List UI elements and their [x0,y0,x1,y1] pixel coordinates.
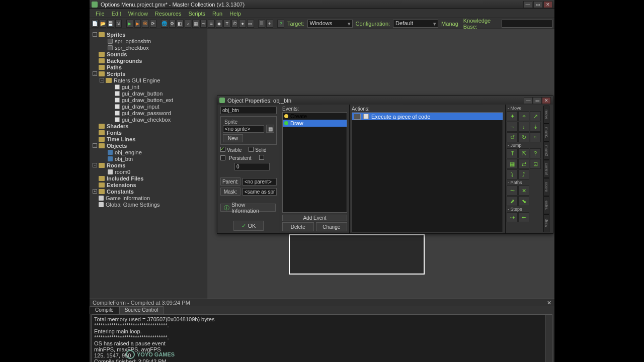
gamesettings-icon[interactable]: ≣ [258,20,265,28]
tree-objects[interactable]: Objects [107,143,127,149]
action-align-grid-icon[interactable]: ▦ [507,159,518,169]
tree-backgrounds[interactable]: Backgrounds [107,58,142,64]
action-jump-pos-icon[interactable]: ⤒ [507,148,518,158]
delete-event-button[interactable]: Delete [282,222,314,231]
show-information-button[interactable]: ⓘShow Information [220,204,276,212]
action-bounce-icon[interactable]: ⤵ [507,169,518,179]
tree-item[interactable]: gui_draw_password [122,110,171,116]
palette-tab-main1[interactable]: main1 [543,124,549,142]
menu-scripts[interactable]: Scripts [185,10,208,18]
ok-button[interactable]: ✓OK [233,221,264,231]
menu-edit[interactable]: Edit [109,10,124,18]
palette-tab-main2[interactable]: main2 [543,142,549,160]
tree-item[interactable]: spr_optionsbtn [115,38,151,44]
add-event-button[interactable]: Add Event [282,215,347,221]
sprite-browse-button[interactable]: ▦ [266,125,274,133]
tree-item[interactable]: gui_draw_input [122,104,159,110]
shader-icon[interactable]: ◆ [216,20,223,28]
expander-icon[interactable]: - [93,163,97,167]
save-icon[interactable]: 💾 [107,20,114,28]
tree-item[interactable]: gui_draw_checkbox [122,117,171,123]
palette-tab-control[interactable]: control [543,160,549,178]
tree-paths[interactable]: Paths [107,64,122,70]
action-execute-code[interactable]: Execute a piece of code [352,113,503,120]
action-jump-random-icon[interactable]: ? [530,148,541,158]
compile-close-icon[interactable]: ✕ [547,300,551,306]
tab-source-control[interactable]: Source Control [119,306,164,314]
action-move-free-icon[interactable]: ✧ [518,111,529,121]
events-list[interactable]: Create Draw [282,112,347,213]
tree-item[interactable]: gui_draw_button_ext [122,97,173,103]
close-button[interactable]: ✕ [543,1,552,8]
tree-included[interactable]: Included Files [107,175,143,182]
create-exe-icon[interactable]: ⚙ [169,20,176,28]
palette-tab-draw[interactable]: draw [543,214,549,232]
sprite-select[interactable] [223,125,264,133]
background-icon[interactable]: ▦ [192,20,199,28]
dialog-close-button[interactable]: ✕ [542,97,551,104]
tree-item[interactable]: gui_draw_button [122,90,163,97]
sprite-icon[interactable]: ◧ [177,20,184,28]
action-step-towards-icon[interactable]: ⇢ [507,212,518,222]
action-path-pos-icon[interactable]: ⬈ [507,196,518,206]
palette-tab-extra[interactable]: extra [543,196,549,214]
tree-gameinfo[interactable]: Game Information [106,195,150,201]
tab-compile[interactable]: Compile [90,306,119,314]
open-icon[interactable]: 📂 [100,20,107,28]
script-icon[interactable]: ≡ [208,20,215,28]
clean-icon[interactable]: ⟳ [150,20,157,28]
action-speed-h-icon[interactable]: → [507,122,518,132]
object-icon[interactable]: ● [239,20,246,28]
action-jump-start-icon[interactable]: ⇱ [518,148,529,158]
scrollbar[interactable] [545,315,552,362]
tree-item[interactable]: obj_engine [115,149,142,155]
room-canvas[interactable] [289,234,425,275]
object-name-input[interactable] [220,107,277,114]
knowledge-base-input[interactable] [502,20,552,28]
debug-icon[interactable]: ▶ [134,20,141,28]
menu-resources[interactable]: Resources [152,10,185,18]
menu-help[interactable]: Help [226,10,244,18]
action-step-avoid-icon[interactable]: ⇠ [518,212,529,222]
palette-tab-score[interactable]: score [543,178,549,196]
action-path-end-icon[interactable]: ✕ [518,186,529,196]
tree-rooms[interactable]: Rooms [107,162,125,168]
maximize-button[interactable]: ▭ [533,1,542,8]
action-reverse-h-icon[interactable]: ↺ [507,132,518,142]
tree-sprites[interactable]: Sprites [107,32,125,38]
config-dropdown[interactable]: Default [393,20,438,28]
tree-item[interactable]: room0 [115,169,130,175]
visible-checkbox[interactable] [220,147,225,152]
expander-icon[interactable]: + [93,189,97,194]
extensions-icon[interactable]: + [266,20,273,28]
expander-icon[interactable]: - [100,78,104,82]
uses-physics-checkbox[interactable] [259,155,264,160]
event-create[interactable]: Create [283,113,347,120]
action-speed-v-icon[interactable]: ↓ [518,122,529,132]
action-path-speed-icon[interactable]: ⬊ [518,196,529,206]
mask-select[interactable] [243,188,277,196]
solid-checkbox[interactable] [249,147,254,152]
tree-fonts[interactable]: Fonts [107,130,122,136]
action-contact-icon[interactable]: ⤴ [518,169,529,179]
stop-icon[interactable]: ⦿ [142,20,149,28]
parent-select[interactable] [243,178,277,186]
action-move-fixed-icon[interactable]: ✦ [507,111,518,121]
target-dropdown[interactable]: Windows [307,20,353,28]
action-friction-icon[interactable]: ≈ [530,132,541,142]
action-path-start-icon[interactable]: ⤳ [507,186,518,196]
menu-file[interactable]: File [93,10,108,18]
run-icon[interactable]: ▶ [126,20,133,28]
help-icon[interactable]: ? [277,20,284,28]
expander-icon[interactable]: - [93,71,97,76]
expander-icon[interactable]: - [93,143,97,148]
resource-tree[interactable]: -Sprites spr_optionsbtn spr_checkbox Sou… [90,29,207,299]
palette-tab-move[interactable]: move [543,106,549,124]
tree-item[interactable]: gui_init [122,84,139,90]
tree-constants[interactable]: Constants [107,189,134,195]
dialog-minimize-button[interactable]: — [524,97,533,104]
dialog-maximize-button[interactable]: ▭ [533,97,542,104]
tree-timelines[interactable]: Time Lines [107,136,135,142]
sound-icon[interactable]: ♪ [185,20,192,28]
tree-sounds[interactable]: Sounds [107,51,127,57]
